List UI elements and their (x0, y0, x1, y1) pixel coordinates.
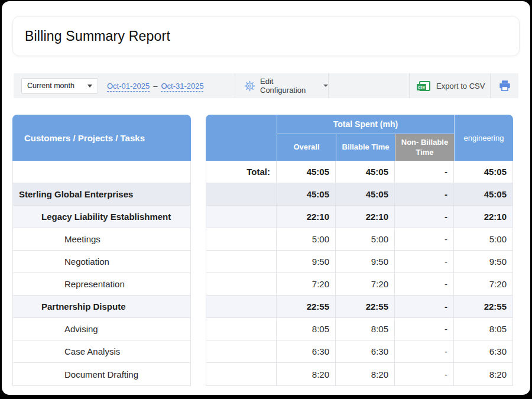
cell-overall: 22:55 (277, 296, 336, 317)
cell-engineering: 8:20 (454, 363, 512, 385)
row-name-label: Negotiation (13, 257, 109, 267)
names-table-body: Sterling Global Enterprises Legacy Liabi… (12, 161, 191, 386)
cell-overall: 45:05 (277, 161, 336, 183)
cell-engineering: 6:30 (454, 340, 512, 362)
print-button[interactable] (491, 73, 518, 98)
csv-file-icon: csv (419, 81, 430, 91)
table-row-name: Document Drafting (13, 363, 190, 385)
cell-overall: 22:10 (277, 206, 336, 228)
period-section: Current month Oct-01-2025 – Oct-31-2025 (14, 73, 235, 98)
end-date-link[interactable]: Oct-31-2025 (161, 82, 204, 90)
values-table-body: Total: 45:05 45:05 - 45:05 45:05 45:05 -… (206, 161, 513, 386)
cell-non-billable-time: - (395, 251, 454, 273)
cell-non-billable-time: - (395, 228, 454, 250)
page-title: Billing Summary Report (25, 28, 170, 44)
table-row-name: Meetings (13, 228, 190, 251)
cell-overall: 6:30 (277, 340, 336, 362)
cell-engineering: 9:50 (454, 251, 512, 273)
row-name-label: Advising (13, 324, 98, 334)
cell-row-label (206, 273, 277, 295)
table-row-name: Partnership Dispute (13, 296, 190, 318)
report-window: Billing Summary Report Current month Oct… (2, 1, 530, 395)
date-separator: – (153, 82, 157, 90)
chevron-down-icon (87, 85, 92, 87)
cell-row-label (206, 228, 277, 250)
row-name-label: Sterling Global Enterprises (13, 189, 133, 199)
cell-engineering: 22:10 (454, 206, 512, 228)
table-row-name: Negotiation (13, 251, 190, 273)
table-row-name: Sterling Global Enterprises (13, 183, 190, 206)
cell-billable-time: 6:30 (336, 340, 395, 362)
table-row-total-spacer (13, 161, 190, 183)
period-select-value: Current month (27, 82, 74, 90)
total-label: Total: (206, 161, 277, 183)
cell-row-label (206, 206, 277, 228)
cell-billable-time: 45:05 (336, 161, 395, 183)
cell-billable-time: 22:10 (336, 206, 395, 228)
header-blank-cell (206, 115, 277, 161)
cell-non-billable-time: - (395, 273, 454, 295)
row-name-label: Legacy Liability Establishment (13, 212, 171, 222)
cell-row-label (206, 363, 277, 385)
cell-billable-time: 45:05 (336, 183, 395, 205)
row-name-label: Case Analysis (13, 346, 120, 356)
cell-row-label (206, 340, 277, 362)
export-to-csv-button[interactable]: csv Export to CSV (410, 73, 491, 98)
gear-icon (244, 80, 255, 92)
values-table: Total Spent (mh) Overall Billable Time N… (206, 115, 513, 386)
row-name-label: Representation (13, 279, 125, 289)
table-row-name: Advising (13, 318, 190, 340)
table-row-values: 9:50 9:50 - 9:50 (206, 251, 512, 273)
date-range: Oct-01-2025 – Oct-31-2025 (107, 82, 204, 90)
cell-non-billable-time: - (395, 318, 454, 340)
chevron-down-icon (323, 85, 328, 87)
edit-configuration-button[interactable]: Edit Configuration (235, 73, 329, 98)
header-overall: Overall (277, 134, 336, 161)
cell-engineering: 45:05 (454, 183, 512, 205)
toolbar: Current month Oct-01-2025 – Oct-31-2025 (14, 73, 518, 98)
cell-billable-time: 7:20 (336, 273, 395, 295)
names-table: Customers / Projects / Tasks Sterling Gl… (12, 115, 191, 386)
cell-non-billable-time: - (395, 296, 454, 317)
cell-engineering: 45:05 (454, 161, 512, 183)
cell-billable-time: 8:05 (336, 318, 395, 340)
csv-badge: csv (417, 84, 426, 90)
cell-row-label (206, 296, 277, 317)
names-table-header: Customers / Projects / Tasks (12, 115, 191, 161)
cell-overall: 9:50 (277, 251, 336, 273)
table-row-values: 6:30 6:30 - 6:30 (206, 340, 512, 363)
cell-billable-time: 9:50 (336, 251, 395, 273)
header-billable-time: Billable Time (336, 134, 395, 161)
cell-engineering: 7:20 (454, 273, 512, 295)
toolbar-spacer (329, 73, 410, 98)
cell-non-billable-time: - (395, 183, 454, 205)
export-to-csv-label: Export to CSV (436, 82, 485, 90)
table-row-name: Legacy Liability Establishment (13, 206, 190, 228)
cell-engineering: 5:00 (454, 228, 512, 250)
row-name-label: Partnership Dispute (13, 301, 126, 312)
cell-overall: 8:20 (277, 363, 336, 385)
table-row-values: 5:00 5:00 - 5:00 (206, 228, 512, 251)
cell-overall: 8:05 (277, 318, 336, 340)
header-engineering: engineering (454, 115, 513, 161)
table-row-values: 45:05 45:05 - 45:05 (206, 183, 512, 206)
edit-configuration-label: Edit Configuration (260, 77, 319, 95)
table-row-name: Case Analysis (13, 340, 190, 363)
row-name-label: Meetings (13, 234, 100, 244)
table-row-values: 8:05 8:05 - 8:05 (206, 318, 512, 340)
cell-engineering: 22:55 (454, 296, 512, 317)
table-row-values: 8:20 8:20 - 8:20 (206, 363, 512, 385)
cell-overall: 45:05 (277, 183, 336, 205)
cell-billable-time: 22:55 (336, 296, 395, 317)
cell-row-label (206, 183, 277, 205)
cell-overall: 5:00 (277, 228, 336, 250)
cell-billable-time: 8:20 (336, 363, 395, 385)
cell-engineering: 8:05 (454, 318, 512, 340)
header-total-spent: Total Spent (mh) (277, 115, 454, 134)
table-row-values: 22:10 22:10 - 22:10 (206, 206, 512, 228)
cell-non-billable-time: - (395, 340, 454, 362)
period-select[interactable]: Current month (21, 78, 98, 94)
cell-overall: 7:20 (277, 273, 336, 295)
start-date-link[interactable]: Oct-01-2025 (107, 82, 150, 90)
cell-billable-time: 5:00 (336, 228, 395, 250)
